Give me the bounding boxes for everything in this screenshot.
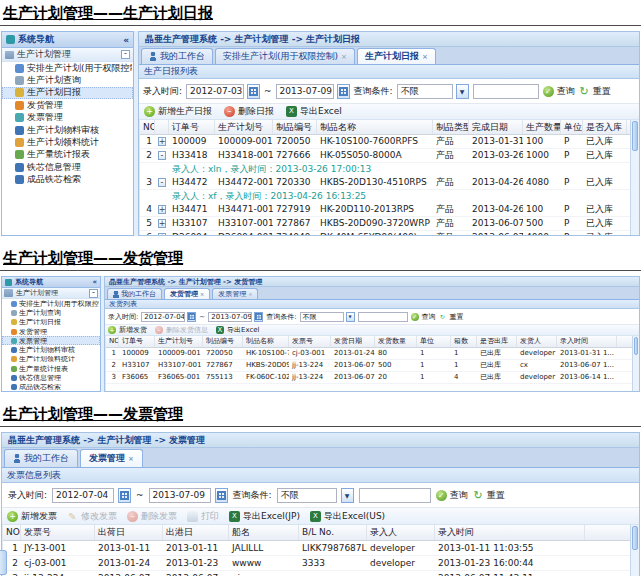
- sidebar-group[interactable]: 生产计划管理 -: [2, 288, 100, 299]
- calendar-icon[interactable]: [187, 312, 196, 322]
- condition-select[interactable]: 不限: [300, 312, 344, 322]
- sidebar-item[interactable]: 发货管理: [2, 99, 133, 111]
- column-header[interactable]: 订单号: [119, 336, 155, 347]
- search-button[interactable]: 查询: [436, 489, 468, 502]
- tab[interactable]: 发票管理 ×: [80, 449, 143, 467]
- scrollbar-thumb[interactable]: [634, 337, 638, 355]
- column-header[interactable]: 录入时间: [435, 525, 585, 540]
- date-to-input[interactable]: 2013-07-09: [276, 84, 334, 99]
- keyword-input[interactable]: [473, 84, 539, 99]
- condition-select[interactable]: 不限: [277, 488, 337, 503]
- chevron-down-icon[interactable]: [341, 488, 354, 503]
- table-row[interactable]: 1 + 100009 100009-001 720050 HK-10S100-7…: [140, 135, 630, 149]
- column-header[interactable]: [155, 120, 169, 134]
- column-header[interactable]: 发票号: [289, 336, 331, 347]
- expand-icon[interactable]: +: [158, 137, 167, 146]
- column-header[interactable]: 是否出库: [477, 336, 517, 347]
- expand-icon[interactable]: +: [158, 205, 167, 214]
- collapse-sidebar-button[interactable]: «: [92, 278, 97, 286]
- column-header[interactable]: 制品名称: [317, 120, 433, 134]
- toolbar-button[interactable]: 导出Excel: [216, 325, 260, 335]
- tab[interactable]: 发货管理 ×: [164, 288, 210, 299]
- date-to-input[interactable]: 2013-07-09: [149, 488, 211, 503]
- sidebar-item[interactable]: 成品铁芯检索: [2, 383, 100, 391]
- collapse-sidebar-button[interactable]: «: [123, 35, 129, 45]
- scrollbar-thumb[interactable]: [632, 121, 638, 151]
- column-header[interactable]: 单位: [417, 336, 451, 347]
- close-tab-icon[interactable]: ×: [341, 53, 347, 61]
- chevron-down-icon[interactable]: [346, 312, 355, 322]
- column-header[interactable]: 完成日期: [469, 120, 523, 134]
- expand-icon[interactable]: -: [158, 151, 166, 160]
- chevron-down-icon[interactable]: [456, 84, 469, 99]
- column-header[interactable]: 发票号: [21, 525, 95, 540]
- keyword-input[interactable]: [358, 312, 408, 322]
- tab[interactable]: 发票管理 ×: [212, 288, 258, 299]
- search-button[interactable]: 查询: [543, 85, 575, 98]
- close-tab-icon[interactable]: ×: [422, 53, 428, 61]
- calendar-icon[interactable]: [254, 312, 263, 322]
- toolbar-button[interactable]: 导出Excel(US): [310, 510, 385, 523]
- tab[interactable]: 生产计划日报 ×: [357, 48, 436, 64]
- sidebar-item[interactable]: 生产量统计报表: [2, 364, 100, 373]
- reset-button[interactable]: 重置: [579, 85, 611, 98]
- sidebar-item[interactable]: 发货管理: [2, 327, 100, 336]
- toolbar-button[interactable]: 新增发货: [108, 325, 147, 335]
- table-row[interactable]: 2 H33107 H33107-001 727867 HKBS-20D09...…: [106, 360, 632, 372]
- column-header[interactable]: 生产计划号: [215, 120, 273, 134]
- collapse-group-icon[interactable]: -: [121, 50, 130, 59]
- table-row[interactable]: 6 + D26004 D26004-001 734049 DK-40M-65YD…: [140, 231, 630, 235]
- calendar-icon[interactable]: [247, 84, 260, 99]
- column-header[interactable]: 生产数量: [523, 120, 561, 134]
- toolbar-button[interactable]: 新增生产日报: [144, 105, 212, 118]
- table-row[interactable]: 3 F36065 F36065-001 755113 FK-060C-102..…: [106, 372, 632, 384]
- expand-icon[interactable]: +: [158, 219, 167, 228]
- column-header[interactable]: 单位: [561, 120, 583, 134]
- column-header[interactable]: 制品类型: [433, 120, 469, 134]
- column-header[interactable]: 制品名称: [243, 336, 289, 347]
- sidebar-item[interactable]: 生产计划日报: [2, 318, 100, 327]
- reset-button[interactable]: 重置: [439, 312, 464, 322]
- column-header[interactable]: 订单号: [169, 120, 215, 134]
- tab[interactable]: 安排生产计划(用于权限控制) ×: [215, 48, 355, 64]
- sidebar-item[interactable]: 生产计划查询: [2, 74, 133, 86]
- sidebar-item[interactable]: 成品铁芯检索: [2, 174, 133, 186]
- sidebar-item[interactable]: 安排生产计划(用于权限控制): [2, 299, 100, 308]
- toolbar-button[interactable]: 导出Excel: [286, 105, 342, 118]
- keyword-input[interactable]: [359, 488, 431, 503]
- table-row[interactable]: 5 + H33107 H33107-001 727867 HKBS-20D090…: [140, 217, 630, 231]
- close-tab-icon[interactable]: ×: [200, 291, 204, 297]
- search-button[interactable]: 查询: [411, 312, 436, 322]
- sidebar-item[interactable]: 发票管理: [2, 112, 133, 124]
- sidebar-item[interactable]: 生产计划物料审核: [2, 124, 133, 136]
- tab[interactable]: 我的工作台: [141, 48, 213, 64]
- sidebar-item[interactable]: 生产计划日报: [2, 87, 133, 99]
- column-header[interactable]: 录入人: [367, 525, 435, 540]
- date-from-input[interactable]: 2012-07-03: [186, 84, 244, 99]
- sidebar-item[interactable]: 生产计划领料统计: [2, 355, 100, 364]
- column-header[interactable]: 出港日: [163, 525, 229, 540]
- column-header[interactable]: 发货日期: [331, 336, 375, 347]
- column-header[interactable]: 发货人: [517, 336, 557, 347]
- scrollbar-thumb[interactable]: [632, 526, 638, 550]
- sidebar-item[interactable]: 铁芯信息管理: [2, 161, 133, 173]
- column-header[interactable]: 出荷日: [95, 525, 163, 540]
- table-row[interactable]: 1 100009 100009-001 720050 HK-10S100-7..…: [106, 348, 632, 360]
- toolbar-button[interactable]: 修改发票: [67, 510, 117, 523]
- table-row[interactable]: 3 - H34472 H34472-001 720330 HKBS-20D130…: [140, 176, 630, 190]
- date-from-input[interactable]: 2012-07-04: [52, 488, 114, 503]
- toolbar-button[interactable]: 打印: [187, 510, 219, 523]
- column-header[interactable]: NO: [140, 120, 155, 134]
- date-from-input[interactable]: 2012-07-04: [141, 312, 185, 322]
- vertical-scrollbar[interactable]: [630, 525, 639, 576]
- column-header[interactable]: 生产计划号: [155, 336, 203, 347]
- column-header[interactable]: 制品编号: [273, 120, 317, 134]
- calendar-icon[interactable]: [215, 488, 228, 503]
- close-tab-icon[interactable]: ×: [248, 291, 252, 297]
- sidebar-item[interactable]: 生产计划领料统计: [2, 136, 133, 148]
- sidebar-item[interactable]: 生产计划查询: [2, 308, 100, 317]
- vertical-scrollbar[interactable]: [630, 120, 639, 235]
- tab[interactable]: 我的工作台: [107, 288, 162, 299]
- table-row[interactable]: 3 jj-13-224 2013-06-07 2013-06-07 air cx…: [3, 571, 630, 576]
- expand-icon[interactable]: +: [158, 233, 167, 235]
